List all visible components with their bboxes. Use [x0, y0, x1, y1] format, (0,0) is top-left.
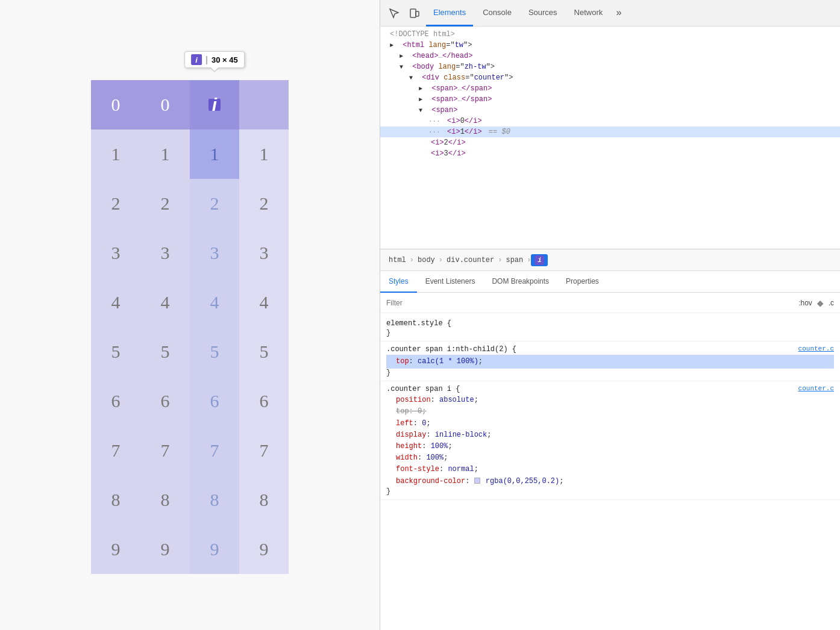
- style-prop-height: height: 100%;: [386, 441, 834, 452]
- style-prop-top-nth: top: calc(1 * 100%);: [386, 355, 834, 369]
- counter-demo: i | 30 × 45 0 1 2 3 4 5 6 7 8 9 0 1 2 3 …: [91, 80, 289, 574]
- dom-line-i2[interactable]: <i>2</i>: [380, 137, 840, 148]
- color-swatch-bg: [474, 478, 480, 484]
- dom-line-head[interactable]: <head>…</head>: [380, 51, 840, 61]
- device-icon[interactable]: [406, 4, 424, 22]
- svg-rect-0: [410, 9, 416, 17]
- digit-9-col2: 9: [140, 525, 190, 574]
- filter-cursor-icon[interactable]: ◆: [817, 296, 824, 310]
- style-source-nth-child[interactable]: counter.c: [798, 345, 834, 352]
- style-brace-i-close: }: [386, 487, 834, 496]
- breadcrumb-span[interactable]: span: [502, 255, 527, 266]
- dom-line-span3[interactable]: <span>: [380, 105, 840, 116]
- style-prop-font-style: font-style: normal;: [386, 464, 834, 475]
- digit-7-col1: 7: [91, 426, 140, 475]
- digit-4-col4: 4: [239, 278, 289, 327]
- digit-4-col1: 4: [91, 278, 140, 327]
- digit-1-col2: 1: [140, 129, 190, 179]
- breadcrumb-i[interactable]: i: [531, 254, 548, 266]
- digit-4-col2: 4: [140, 278, 190, 327]
- digit-8-col3: 8: [190, 475, 239, 525]
- counter-column-2: 0 1 2 3 4 5 6 7 8 9: [140, 80, 190, 574]
- digit-0-col2: 0: [140, 80, 190, 129]
- prop-name-top-strike: top: [396, 407, 409, 416]
- tab-elements[interactable]: Elements: [426, 0, 473, 27]
- dom-line-i0[interactable]: ··· <i>0</i>: [380, 116, 840, 126]
- svg-rect-1: [416, 11, 419, 16]
- breadcrumb-html[interactable]: html: [385, 255, 410, 266]
- styles-tab-event-listeners[interactable]: Event Listeners: [417, 271, 484, 293]
- filter-cls-button[interactable]: .c: [829, 299, 834, 307]
- digit-6-col1: 6: [91, 376, 140, 426]
- digit-3-col3: 3: [190, 228, 239, 278]
- digit-6-col4: 6: [239, 376, 289, 426]
- digit-9-col4: 9: [239, 525, 289, 574]
- dom-line-div-counter[interactable]: <div class="counter">: [380, 72, 840, 83]
- digit-9-col1: 9: [91, 525, 140, 574]
- dom-line-span2[interactable]: <span>…</span>: [380, 94, 840, 105]
- elements-pane: <!DOCTYPE html> <html lang="tw"> <head>……: [380, 27, 840, 249]
- breadcrumb-i-badge: i: [534, 255, 544, 265]
- style-block-element: element.style { }: [380, 316, 840, 342]
- tab-sources[interactable]: Sources: [521, 0, 565, 27]
- digit-7-col4: 7: [239, 426, 289, 475]
- prop-name-width: width: [396, 454, 418, 462]
- digit-0-col1: 0: [91, 80, 140, 129]
- digit-2-col3: 2: [190, 179, 239, 228]
- digit-3-col1: 3: [91, 228, 140, 278]
- digit-2-col4: 2: [239, 179, 289, 228]
- style-block-nth-child: .counter span i:nth-child(2) { counter.c…: [380, 342, 840, 381]
- counter-column-3: i 1 2 3 4 5 6 7 8 9: [190, 80, 239, 574]
- style-block-i: .counter span i { counter.c position: ab…: [380, 381, 840, 500]
- devtools-panel: Elements Console Sources Network » <!DOC…: [380, 0, 840, 630]
- prop-val-bg-color: rgba(0,0,255,0.2): [486, 477, 559, 485]
- styles-tab-properties[interactable]: Properties: [557, 271, 607, 293]
- tab-console[interactable]: Console: [475, 0, 519, 27]
- prop-name-display: display: [396, 431, 426, 439]
- counter-column-1: 0 1 2 3 4 5 6 7 8 9: [91, 80, 140, 574]
- digit-5-col3: 5: [190, 327, 239, 376]
- digit-1-col1: 1: [91, 129, 140, 179]
- breadcrumb-div-counter[interactable]: div.counter: [443, 255, 498, 266]
- dom-line-body[interactable]: <body lang="zh-tw">: [380, 61, 840, 72]
- dom-line-html[interactable]: <html lang="tw">: [380, 40, 840, 51]
- styles-tabs: Styles Event Listeners DOM Breakpoints P…: [380, 271, 840, 293]
- digit-1-col3: 1: [190, 129, 239, 179]
- style-brace-close: }: [386, 329, 834, 337]
- dom-line-doctype[interactable]: <!DOCTYPE html>: [380, 29, 840, 40]
- styles-tab-dom-breakpoints[interactable]: DOM Breakpoints: [483, 271, 557, 293]
- breadcrumb-body[interactable]: body: [414, 255, 439, 266]
- style-source-i[interactable]: counter.c: [798, 385, 834, 392]
- digit-9-col3: 9: [190, 525, 239, 574]
- prop-val-top-nth: calc(1 * 100%): [418, 357, 478, 366]
- digit-2-col1: 2: [91, 179, 140, 228]
- style-prop-left: left: 0;: [386, 418, 834, 429]
- prop-val-width: 100%: [426, 454, 444, 462]
- digit-7-col3: 7: [190, 426, 239, 475]
- more-tabs-button[interactable]: »: [612, 0, 625, 27]
- filter-hov-button[interactable]: :hov: [798, 299, 812, 307]
- dom-line-i1[interactable]: ··· <i>1</i> == $0: [380, 126, 840, 137]
- dom-line-span1[interactable]: <span>…</span>: [380, 83, 840, 94]
- prop-name-top-nth: top: [396, 357, 409, 366]
- filter-input[interactable]: [386, 299, 794, 307]
- tab-network[interactable]: Network: [567, 0, 610, 27]
- style-prop-position: position: absolute;: [386, 395, 834, 406]
- prop-name-height: height: [396, 442, 422, 451]
- prop-val-position: absolute: [439, 396, 474, 404]
- prop-name-bg-color: background-color: [396, 477, 465, 485]
- style-selector-i: .counter span i { counter.c: [386, 385, 834, 393]
- digit-8-col1: 8: [91, 475, 140, 525]
- counter-column-4: 1 2 3 4 5 6 7 8 9: [239, 80, 289, 574]
- styles-tab-styles[interactable]: Styles: [380, 271, 417, 293]
- style-selector-element: element.style {: [386, 319, 834, 328]
- digit-1-col4: 1: [239, 129, 289, 179]
- inspect-icon[interactable]: [385, 4, 403, 22]
- style-selector-i-text: .counter span i {: [386, 385, 460, 393]
- style-prop-display: display: inline-block;: [386, 429, 834, 441]
- digit-5-col4: 5: [239, 327, 289, 376]
- style-prop-bg-color: background-color: rgba(0,0,255,0.2);: [386, 476, 834, 487]
- digit-8-col2: 8: [140, 475, 190, 525]
- prop-val-font-style: normal: [448, 465, 474, 473]
- dom-line-i3[interactable]: <i>3</i>: [380, 148, 840, 159]
